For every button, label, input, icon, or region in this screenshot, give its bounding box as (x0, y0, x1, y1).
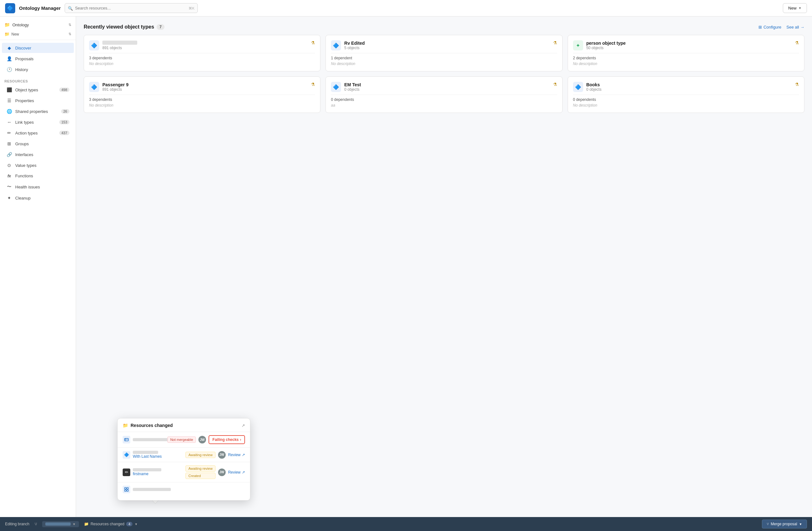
branch-selector[interactable]: 📁 New ⇅ (0, 30, 76, 40)
branch-name-blurred (45, 522, 71, 526)
configure-label: Configure (764, 25, 781, 29)
card-5-flask-icon: ⚗ (553, 82, 557, 87)
object-card-2[interactable]: 🔷 Rv Edited 5 objects ⚗ 1 dependent No d… (325, 35, 562, 71)
sidebar-item-shared-properties[interactable]: 🌐 Shared properties 26 (2, 106, 74, 116)
health-issues-label: Health issues (15, 185, 69, 190)
card-2-name: Rv Edited (344, 41, 365, 46)
card-6-objects: 0 objects (586, 87, 601, 92)
popup-expand-icon[interactable]: ↗ (242, 423, 245, 428)
card-6-header: 🔷 Books 0 objects ⚗ (573, 82, 799, 92)
resources-section-label: Resources (0, 77, 76, 84)
link-types-count: 153 (59, 120, 69, 124)
ontology-folder-icon: 📁 (4, 22, 10, 27)
object-card-3[interactable]: ✦ person object type 50 objects ⚗ 2 depe… (568, 35, 804, 71)
card-5-header: 🔷 EM Test 0 objects ⚗ (331, 82, 557, 92)
sidebar-item-object-types[interactable]: ⬛ Object types 498 (2, 85, 74, 95)
resources-changed-bottom[interactable]: 📁 Resources changed 4 ▼ (84, 522, 138, 526)
see-all-button[interactable]: See all → (786, 25, 804, 29)
action-types-label: Action types (15, 131, 56, 136)
sidebar-item-value-types[interactable]: ⊙ Value types (2, 160, 74, 170)
review-2-arrow-icon: ↗ (242, 453, 245, 457)
review-3-label: Review (228, 470, 241, 475)
app-title: Ontology Manager (19, 5, 61, 11)
value-types-label: Value types (15, 163, 69, 168)
popup-row-4-name (133, 488, 245, 491)
svg-rect-0 (125, 438, 128, 441)
popup-title-text: Resources changed (131, 423, 173, 428)
card-1-objects: 891 objects (102, 46, 137, 50)
card-4-flask-icon: ⚗ (311, 82, 315, 87)
sidebar-item-cleanup[interactable]: ✦ Cleanup (2, 193, 74, 203)
svg-rect-6 (127, 490, 128, 491)
object-card-4[interactable]: 🔷 Passenger 9 891 objects ⚗ 3 dependents… (84, 76, 320, 113)
popup-row-3-status: Awaiting review (185, 465, 215, 472)
object-card-6[interactable]: 🔷 Books 0 objects ⚗ 0 dependents No desc… (568, 76, 804, 113)
popup-row-1-avatar: JW (199, 436, 206, 444)
review-3-arrow-icon: ↗ (242, 470, 245, 475)
popup-header: 📁 Resources changed ↗ (118, 418, 250, 432)
review-button-2[interactable]: Review ↗ (228, 453, 245, 457)
popup-row-4 (118, 483, 250, 497)
branch-selector-bottom[interactable]: ▼ (42, 521, 79, 527)
see-all-arrow-icon: → (800, 25, 804, 29)
failing-checks-label: Failing checks (212, 437, 239, 442)
search-bar: 🔍 ⌘K (65, 3, 198, 13)
sidebar-item-history[interactable]: 🕐 History (2, 65, 74, 74)
merge-dropdown-icon: ▼ (799, 522, 802, 526)
sidebar-item-properties[interactable]: ☰ Properties (2, 96, 74, 106)
sidebar-item-health-issues[interactable]: 〜 Health issues (2, 181, 74, 192)
popup-row-4-icon (123, 486, 130, 493)
popup-arrow-inner (153, 501, 158, 503)
ontology-header: 📁 Ontology ⇅ (0, 20, 76, 29)
ontology-name: Ontology (12, 23, 29, 27)
history-label: History (15, 67, 69, 72)
popup-row-2-name: With Last Names (133, 451, 183, 459)
svg-rect-4 (127, 488, 128, 489)
card-3-name: person object type (586, 41, 626, 46)
sidebar-item-proposals[interactable]: 👤 Proposals (2, 54, 74, 64)
card-6-icon: 🔷 (573, 82, 583, 92)
failing-checks-button[interactable]: Failing checks › (208, 435, 245, 444)
card-4-dependents: 3 dependents (89, 95, 315, 102)
groups-icon: ⊞ (6, 141, 12, 146)
proposals-icon: 👤 (6, 56, 12, 61)
sidebar-item-action-types[interactable]: ✏ Action types 437 (2, 128, 74, 138)
popup-row-3-avatar: JW (218, 469, 226, 476)
popup-row-1-name (133, 438, 165, 441)
object-types-icon: ⬛ (6, 87, 12, 92)
action-types-icon: ✏ (6, 130, 12, 136)
search-input[interactable] (65, 3, 198, 13)
svg-rect-3 (125, 488, 126, 489)
sidebar-item-interfaces[interactable]: 🔗 Interfaces (2, 150, 74, 159)
card-3-header: ✦ person object type 50 objects ⚗ (573, 40, 799, 51)
popup-row-2-avatar: JW (218, 451, 226, 459)
review-button-3[interactable]: Review ↗ (228, 470, 245, 475)
card-3-dependents: 2 dependents (573, 53, 799, 60)
functions-icon: fx (6, 174, 12, 178)
sidebar-item-functions[interactable]: fx Functions (2, 171, 74, 181)
cleanup-label: Cleanup (15, 196, 69, 200)
sidebar-item-groups[interactable]: ⊞ Groups (2, 139, 74, 149)
configure-button[interactable]: ⊞ Configure (758, 25, 781, 29)
card-2-objects: 5 objects (344, 46, 365, 50)
proposals-label: Proposals (15, 56, 69, 61)
ontology-toggle-icon[interactable]: ⇅ (69, 23, 71, 27)
object-card-5[interactable]: 🔷 EM Test 0 objects ⚗ 0 dependents aa (325, 76, 562, 113)
popup-row-2-link[interactable]: With Last Names (133, 454, 162, 459)
card-4-name: Passenger 9 (102, 82, 129, 87)
merge-proposal-button[interactable]: ⑂ Merge proposal ▼ (762, 520, 807, 529)
shared-properties-label: Shared properties (15, 109, 58, 114)
card-4-description: No description (89, 103, 315, 108)
new-button[interactable]: New ▼ (783, 3, 807, 13)
interfaces-icon: 🔗 (6, 152, 12, 157)
link-types-icon: ↔ (6, 120, 12, 125)
sidebar-item-discover[interactable]: ◆ Discover (2, 43, 74, 53)
object-card-1[interactable]: 🔷 891 objects ⚗ 3 dependents No descript… (84, 35, 320, 71)
content-area: Recently viewed object types 7 ⊞ Configu… (76, 16, 812, 517)
popup-row-3-link[interactable]: firstname (133, 472, 148, 476)
sidebar-item-link-types[interactable]: ↔ Link types 153 (2, 117, 74, 127)
card-2-flask-icon: ⚗ (553, 40, 557, 45)
merge-icon: ⑂ (767, 522, 769, 526)
properties-icon: ☰ (6, 98, 12, 103)
card-2-description: No description (331, 61, 557, 66)
